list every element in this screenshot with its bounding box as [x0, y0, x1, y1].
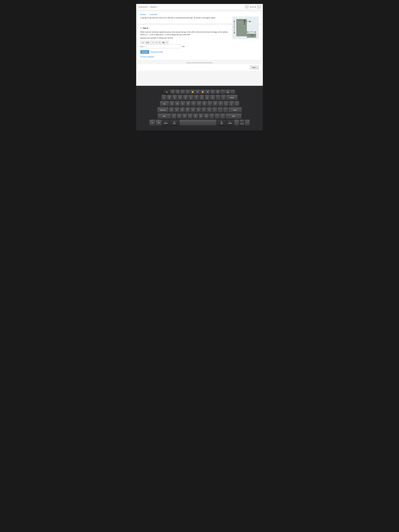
key-j[interactable]: J: [202, 107, 206, 113]
redo-btn[interactable]: ↻: [155, 41, 158, 44]
provide-feedback-link[interactable]: Provide Feedback: [140, 56, 154, 58]
key-power[interactable]: [230, 90, 235, 94]
key-open-bracket[interactable]: { [: [224, 101, 228, 107]
key-f3[interactable]: ⌥: [180, 90, 185, 94]
key-shift-right[interactable]: shift: [226, 114, 241, 119]
key-5[interactable]: % 5: [183, 95, 188, 100]
key-cmd-right[interactable]: ⌘ cmd: [217, 120, 226, 126]
key-alt-right[interactable]: alt option: [227, 120, 234, 126]
key-f7[interactable]: ⏩: [200, 90, 205, 94]
key-k[interactable]: K: [207, 107, 212, 113]
key-f9[interactable]: 🔉: [210, 90, 215, 94]
key-cmd-left[interactable]: ⌘ cmd: [170, 120, 179, 126]
sqrt-btn[interactable]: √▢: [141, 41, 145, 44]
key-a[interactable]: A: [169, 107, 174, 113]
answer-input[interactable]: [146, 44, 181, 48]
request-answer-button[interactable]: Request Answer: [151, 51, 163, 53]
key-f11[interactable]: [221, 90, 225, 94]
key-2[interactable]: @ 2: [167, 95, 172, 100]
key-shift-left[interactable]: shift: [158, 114, 171, 119]
key-6[interactable]: ^ 6: [189, 95, 193, 100]
key-4[interactable]: $ 4: [178, 95, 183, 100]
key-w[interactable]: W: [175, 101, 180, 107]
answer-unit: m/s: [182, 45, 185, 47]
key-h[interactable]: H: [196, 107, 201, 113]
key-0[interactable]: ) 0: [210, 95, 215, 100]
key-f1[interactable]: 🔆: [170, 90, 175, 94]
key-y[interactable]: Y: [196, 101, 201, 107]
next-button[interactable]: Next ›: [250, 66, 259, 70]
key-f4[interactable]: ◻: [185, 90, 190, 94]
key-i[interactable]: I: [207, 101, 212, 107]
key-o[interactable]: O: [213, 101, 218, 107]
keyboard-btn[interactable]: ⌨: [162, 41, 165, 44]
key-semicolon[interactable]: : ;: [218, 107, 222, 113]
key-esc[interactable]: esc: [164, 90, 170, 94]
key-arrow-right[interactable]: →: [245, 120, 250, 126]
symbols-btn[interactable]: ΑΣΦ: [146, 41, 150, 44]
key-x[interactable]: X: [177, 114, 182, 119]
breadcrumb: ‹Homework 2 - Attempt 1: [138, 6, 157, 8]
key-arrow-down[interactable]: ↓: [240, 123, 244, 125]
key-period[interactable]: > .: [215, 114, 220, 119]
scroll-bar[interactable]: [186, 62, 213, 63]
timer-btn[interactable]: ⏱: [158, 41, 161, 44]
key-f2[interactable]: 🔆: [175, 90, 180, 94]
key-l[interactable]: L: [212, 107, 217, 113]
key-close-bracket[interactable]: } ]: [229, 101, 234, 107]
key-v[interactable]: V: [188, 114, 192, 119]
key-quote[interactable]: " ': [223, 107, 228, 113]
key-p[interactable]: P: [218, 101, 223, 107]
key-slash[interactable]: ? /: [220, 114, 225, 119]
key-z[interactable]: Z: [171, 114, 176, 119]
key-f[interactable]: F: [185, 107, 190, 113]
part-toggle[interactable]: ▼: [140, 27, 142, 29]
key-t[interactable]: T: [191, 101, 196, 107]
key-delete[interactable]: delete: [226, 95, 238, 100]
undo-btn[interactable]: ↩: [152, 41, 154, 44]
key-return[interactable]: return: [228, 107, 242, 113]
key-alt-left[interactable]: alt option: [162, 120, 169, 126]
key-q[interactable]: Q: [170, 101, 174, 107]
key-7[interactable]: & 7: [194, 95, 199, 100]
key-tab[interactable]: tab: [160, 101, 169, 107]
key-d[interactable]: D: [180, 107, 185, 113]
key-r[interactable]: R: [186, 101, 190, 107]
key-equals[interactable]: + =: [221, 95, 226, 100]
key-f5[interactable]: ⏪: [190, 90, 195, 94]
key-f10[interactable]: 🔊: [215, 90, 220, 94]
key-3[interactable]: # 3: [172, 95, 177, 100]
key-f8[interactable]: 🔇: [205, 90, 210, 94]
key-space[interactable]: [179, 120, 216, 126]
prev-page-button[interactable]: ‹: [245, 5, 249, 9]
key-8[interactable]: * 8: [199, 95, 204, 100]
review-link[interactable]: Review: [140, 13, 146, 15]
key-s[interactable]: S: [174, 107, 179, 113]
key-f6[interactable]: ⏸: [195, 90, 200, 94]
key-f12[interactable]: ▬: [226, 90, 230, 94]
svg-text:L: L: [251, 30, 252, 32]
submit-button[interactable]: Submit: [140, 50, 149, 54]
key-fn[interactable]: fn: [149, 120, 155, 126]
key-arrow-up[interactable]: ↑: [240, 120, 244, 122]
key-ctrl[interactable]: ctrl: [156, 120, 162, 126]
svg-text:v: v: [248, 20, 249, 21]
pagination-count: 10 of 16: [250, 6, 256, 8]
key-g[interactable]: G: [191, 107, 195, 113]
key-arrow-left[interactable]: ←: [234, 120, 239, 126]
key-m[interactable]: M: [204, 114, 209, 119]
key-caps[interactable]: caps lock: [157, 107, 168, 113]
key-c[interactable]: C: [182, 114, 187, 119]
key-minus[interactable]: _ -: [215, 95, 220, 100]
key-backslash[interactable]: | \: [234, 101, 239, 107]
key-n[interactable]: N: [199, 114, 203, 119]
next-page-button[interactable]: ›: [257, 5, 261, 9]
key-9[interactable]: ( 9: [205, 95, 209, 100]
help-btn[interactable]: ?: [166, 41, 168, 44]
key-u[interactable]: U: [202, 101, 207, 107]
key-1[interactable]: ! 1: [162, 95, 166, 100]
key-comma[interactable]: < ,: [209, 114, 214, 119]
key-e[interactable]: E: [180, 101, 185, 107]
constants-link[interactable]: Constants: [150, 13, 157, 15]
key-b[interactable]: B: [193, 114, 198, 119]
